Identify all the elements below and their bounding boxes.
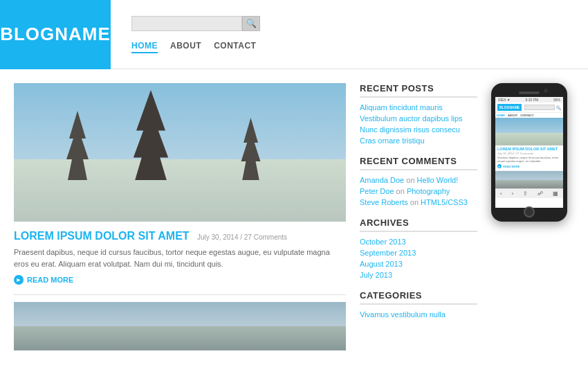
phone-home-button[interactable] <box>524 206 535 217</box>
sidebar-category-0[interactable]: Vivamus vestibulum nulla <box>360 310 477 319</box>
phone-status-bar: IDEA ▼ 9:20 PM 56% <box>495 97 563 103</box>
phone-mockup: IDEA ▼ 9:20 PM 56% BLOGNAME 🔍 HOME ABOUT… <box>491 83 574 360</box>
header-right: 🔍 HOME ABOUT CONTACT <box>111 16 574 53</box>
sidebar-comment-0: Amanda Doe on Hello World! <box>360 176 477 184</box>
thumbnail-image <box>14 302 346 350</box>
logo: BLOGNAME <box>0 24 111 45</box>
phone-tabs-icon[interactable]: ▦ <box>553 190 558 197</box>
sidebar-archives: Archives October 2013 September 2013 Aug… <box>360 217 477 279</box>
sidebar-archive-3[interactable]: July 2013 <box>360 271 477 279</box>
post-meta: July 30, 2014 / 27 Comments <box>197 233 287 241</box>
read-more-label: READ MORE <box>27 276 73 284</box>
phone-forward-icon[interactable]: › <box>512 190 514 197</box>
phone-nav-home[interactable]: HOME <box>497 114 505 117</box>
phone-nav-contact[interactable]: CONTACT <box>520 114 533 117</box>
phone-search-input[interactable] <box>524 105 555 110</box>
phone-screen: IDEA ▼ 9:20 PM 56% BLOGNAME 🔍 HOME ABOUT… <box>495 97 563 208</box>
phone-header: BLOGNAME 🔍 <box>495 103 563 113</box>
phone-back-icon[interactable]: ‹ <box>500 190 502 197</box>
sidebar-comment-author-0[interactable]: Amanda Doe <box>360 176 404 184</box>
sidebar-comment-author-2[interactable]: Steve Roberts <box>360 198 408 206</box>
sidebar-archive-1[interactable]: September 2013 <box>360 249 477 257</box>
search-bar: 🔍 <box>131 16 574 31</box>
phone-status-battery: 56% <box>553 98 560 102</box>
phone-read-more-icon: ► <box>497 164 502 168</box>
sidebar-recent-comments-title: Recent Comments <box>360 156 477 170</box>
sidebar-comment-post-1[interactable]: Photography <box>407 187 450 195</box>
sidebar-comment-post-2[interactable]: HTML5/CSS3 <box>421 198 468 206</box>
read-more-link[interactable]: ► READ MORE <box>14 275 346 285</box>
phone-thumbnail <box>495 171 563 188</box>
sidebar-archive-0[interactable]: October 2013 <box>360 238 477 246</box>
logo-box: BLOGNAME <box>0 0 111 69</box>
sidebar-post-link-2[interactable]: Nunc dignissim risus consecu <box>360 125 477 134</box>
phone-read-more-label: READ MORE <box>503 165 520 168</box>
sidebar: Recent Posts Aliquam tincidunt mauris Ve… <box>360 83 477 360</box>
post-header: LOREM IPSUM DOLOR SIT AMET July 30, 2014… <box>14 230 346 242</box>
phone-post-title: LOREM IPSUM DOLOR SIT AMET <box>495 145 563 152</box>
sidebar-comment-2: Steve Roberts on HTML5/CSS3 <box>360 198 477 206</box>
phone-status-carrier: IDEA ▼ <box>498 98 511 102</box>
phone-bottom-nav: ‹ › ⇪ ☍ ▦ <box>495 188 563 198</box>
hero-image <box>14 83 346 222</box>
sidebar-recent-posts-title: Recent Posts <box>360 83 477 98</box>
sidebar-categories-title: Categories <box>360 290 477 305</box>
phone-nav: HOME ABOUT CONTACT <box>495 113 563 118</box>
search-input[interactable] <box>131 16 242 31</box>
header: BLOGNAME 🔍 HOME ABOUT CONTACT <box>0 0 588 69</box>
phone-logo: BLOGNAME <box>497 104 522 111</box>
sidebar-archives-title: Archives <box>360 217 477 232</box>
sidebar-comment-on-0: on <box>406 176 416 184</box>
phone-post-text: Vivamus dapibus, neque id cursus faucibu… <box>495 155 563 164</box>
phone-hero-image <box>495 118 563 145</box>
sidebar-comment-author-1[interactable]: Peter Doe <box>360 187 394 195</box>
read-more-arrow-icon: ► <box>14 275 24 285</box>
sidebar-post-link-3[interactable]: Cras ornare tristiqu <box>360 136 477 145</box>
phone-outer: IDEA ▼ 9:20 PM 56% BLOGNAME 🔍 HOME ABOUT… <box>491 83 567 222</box>
post-excerpt: Praesent dapibus, neque id cursus faucib… <box>14 247 346 269</box>
sidebar-comment-post-0[interactable]: Hello World! <box>417 176 459 184</box>
phone-camera-icon <box>544 89 548 93</box>
sidebar-comment-on-2: on <box>410 198 421 206</box>
nav-about[interactable]: ABOUT <box>170 41 201 53</box>
sidebar-comment-on-1: on <box>396 187 407 195</box>
phone-share-icon[interactable]: ⇪ <box>523 190 528 197</box>
phone-bookmark-icon[interactable]: ☍ <box>538 190 543 197</box>
post-title: LOREM IPSUM DOLOR SIT AMET <box>14 230 190 242</box>
phone-speaker <box>519 91 540 94</box>
sidebar-categories: Categories Vivamus vestibulum nulla <box>360 290 477 319</box>
phone-search-icon: 🔍 <box>556 105 561 110</box>
sidebar-comment-1: Peter Doe on Photography <box>360 187 477 195</box>
sidebar-post-link-0[interactable]: Aliquam tincidunt mauris <box>360 103 477 112</box>
sidebar-recent-posts: Recent Posts Aliquam tincidunt mauris Ve… <box>360 83 477 145</box>
main-nav: HOME ABOUT CONTACT <box>131 41 574 53</box>
phone-status-time: 9:20 PM <box>526 98 539 102</box>
phone-nav-about[interactable]: ABOUT <box>508 114 517 117</box>
main-wrapper: LOREM IPSUM DOLOR SIT AMET July 30, 2014… <box>0 69 588 374</box>
post-divider <box>14 294 346 295</box>
content-area: LOREM IPSUM DOLOR SIT AMET July 30, 2014… <box>14 83 346 360</box>
sidebar-archive-2[interactable]: August 2013 <box>360 260 477 268</box>
sidebar-recent-comments: Recent Comments Amanda Doe on Hello Worl… <box>360 156 477 206</box>
nav-contact[interactable]: CONTACT <box>214 41 256 53</box>
phone-read-more[interactable]: ► READ MORE <box>495 164 563 170</box>
sidebar-post-link-1[interactable]: Vestibulum auctor dapibus lips <box>360 114 477 123</box>
nav-home[interactable]: HOME <box>131 41 158 53</box>
search-button[interactable]: 🔍 <box>242 16 260 31</box>
